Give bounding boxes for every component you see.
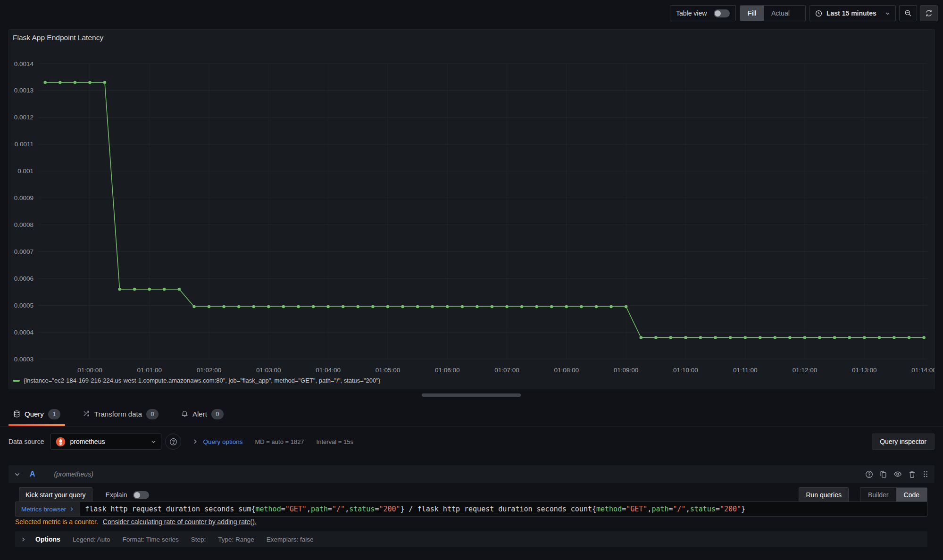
query-toolbar: Kick start your query Explain Run querie… xyxy=(19,487,927,503)
time-range-label: Last 15 minutes xyxy=(826,9,876,17)
svg-text:01:09:00: 01:09:00 xyxy=(614,367,639,374)
query-row-actions xyxy=(865,470,929,478)
tab-alert-badge: 0 xyxy=(211,409,224,419)
datasource-label: Data source xyxy=(8,438,44,445)
database-icon xyxy=(13,410,20,418)
tab-alert[interactable]: Alert 0 xyxy=(176,402,228,426)
chart-legend[interactable]: {instance="ec2-184-169-216-224.us-west-1… xyxy=(13,377,380,384)
options-label: Options xyxy=(35,535,60,543)
add-rate-link[interactable]: Consider calculating rate of counter by … xyxy=(103,518,257,526)
svg-text:01:12:00: 01:12:00 xyxy=(793,367,818,374)
svg-text:0.0005: 0.0005 xyxy=(14,302,33,309)
svg-text:01:04:00: 01:04:00 xyxy=(316,367,341,374)
svg-text:0.0012: 0.0012 xyxy=(14,114,33,121)
legend-series-label[interactable]: {instance="ec2-184-169-216-224.us-west-1… xyxy=(24,377,380,384)
chevron-down-icon xyxy=(885,11,890,16)
counter-warning: Selected metric is a counter. Consider c… xyxy=(15,518,257,526)
kick-start-query-button[interactable]: Kick start your query xyxy=(19,487,92,502)
svg-text:0.0008: 0.0008 xyxy=(14,221,33,228)
svg-text:0.0004: 0.0004 xyxy=(14,329,34,336)
svg-text:01:14:00: 01:14:00 xyxy=(911,367,935,374)
svg-text:01:02:00: 01:02:00 xyxy=(197,367,222,374)
table-view-toggle[interactable] xyxy=(714,9,730,17)
max-data-points-text: MD = auto = 1827 xyxy=(255,438,304,445)
bell-icon xyxy=(181,410,188,418)
option-step: Step: xyxy=(191,536,206,543)
actual-button[interactable]: Actual xyxy=(764,6,797,21)
pane-resize-handle[interactable] xyxy=(422,393,521,397)
svg-text:0.0013: 0.0013 xyxy=(14,87,33,94)
interval-text: Interval = 15s xyxy=(317,438,353,445)
metrics-browser-button[interactable]: Metrics browser xyxy=(16,502,80,516)
builder-code-segmented-control: Builder Code xyxy=(860,487,927,502)
table-view-toggle-group[interactable]: Table view xyxy=(670,5,736,21)
query-datasource-hint: (prometheus) xyxy=(54,470,93,478)
query-inspector-button[interactable]: Query inspector xyxy=(872,434,935,450)
metrics-browser-label: Metrics browser xyxy=(21,506,66,513)
tab-transform-label: Transform data xyxy=(94,410,142,418)
query-row-header[interactable]: A (prometheus) xyxy=(8,465,935,483)
tab-transform-badge: 0 xyxy=(146,409,159,419)
datasource-row: Data source prometheus xyxy=(8,432,935,451)
svg-text:01:00:00: 01:00:00 xyxy=(77,367,102,374)
svg-text:0.0011: 0.0011 xyxy=(15,141,33,148)
chevron-down-icon xyxy=(151,439,156,444)
editor-tab-bar: Query 1 Transform data 0 Alert 0 xyxy=(0,402,943,426)
prometheus-logo-icon xyxy=(56,437,66,447)
refresh-button[interactable] xyxy=(920,5,938,21)
chevron-right-icon[interactable] xyxy=(21,537,26,542)
time-range-picker[interactable]: Last 15 minutes xyxy=(809,5,896,21)
code-button[interactable]: Code xyxy=(896,488,927,502)
fill-button[interactable]: Fill xyxy=(740,6,764,21)
query-options-summary-row[interactable]: Options Legend: Auto Format: Time series… xyxy=(15,531,927,547)
datasource-help-button[interactable] xyxy=(165,434,181,450)
svg-text:01:01:00: 01:01:00 xyxy=(137,367,162,374)
option-legend: Legend: Auto xyxy=(73,536,110,543)
collapse-chevron-down-icon[interactable] xyxy=(14,471,20,477)
latency-line-chart[interactable]: 0.00140.00130.00120.00110.0010.00090.000… xyxy=(9,30,935,375)
tab-transform-data[interactable]: Transform data 0 xyxy=(78,402,163,426)
explain-toggle[interactable] xyxy=(133,491,149,499)
run-queries-button[interactable]: Run queries xyxy=(799,487,849,502)
explain-label: Explain xyxy=(106,491,127,499)
active-tab-underline xyxy=(8,424,65,426)
tab-query-badge: 1 xyxy=(48,409,60,419)
query-help-icon[interactable] xyxy=(865,470,873,478)
svg-text:01:13:00: 01:13:00 xyxy=(852,367,877,374)
fill-actual-segmented-control: Fill Actual xyxy=(740,5,806,21)
delete-query-trash-icon[interactable] xyxy=(908,470,916,478)
svg-text:01:03:00: 01:03:00 xyxy=(256,367,281,374)
svg-text:0.0006: 0.0006 xyxy=(14,275,33,282)
svg-text:01:06:00: 01:06:00 xyxy=(435,367,460,374)
transform-icon xyxy=(83,410,90,418)
svg-text:0.0007: 0.0007 xyxy=(14,248,33,255)
zoom-out-button[interactable] xyxy=(899,5,917,21)
svg-text:01:05:00: 01:05:00 xyxy=(376,367,401,374)
svg-text:0.0003: 0.0003 xyxy=(14,356,33,363)
panel-edit-toolbar: Table view Fill Actual Last 15 minutes xyxy=(0,0,943,26)
datasource-select[interactable]: prometheus xyxy=(50,434,161,450)
query-ref-id: A xyxy=(30,470,35,478)
timeseries-panel: Flask App Endpoint Latency 0.00140.00130… xyxy=(8,29,935,389)
promql-query-input[interactable]: flask_http_request_duration_seconds_sum{… xyxy=(80,502,927,516)
duplicate-query-icon[interactable] xyxy=(879,470,887,478)
tab-query[interactable]: Query 1 xyxy=(8,402,65,426)
drag-grip-icon[interactable] xyxy=(922,470,929,478)
svg-text:0.001: 0.001 xyxy=(17,167,33,175)
clock-icon xyxy=(815,10,822,17)
svg-text:0.0009: 0.0009 xyxy=(14,194,33,201)
svg-text:01:11:00: 01:11:00 xyxy=(733,367,758,374)
tab-alert-label: Alert xyxy=(192,410,207,418)
query-options-toggle[interactable]: Query options xyxy=(203,438,242,445)
warning-text: Selected metric is a counter. xyxy=(15,518,98,526)
chevron-right-icon[interactable] xyxy=(192,439,198,444)
datasource-value: prometheus xyxy=(70,438,147,445)
promql-editor: Metrics browser flask_http_request_durat… xyxy=(15,501,927,517)
option-format: Format: Time series xyxy=(122,536,178,543)
option-exemplars: Exemplars: false xyxy=(267,536,314,543)
tab-query-label: Query xyxy=(25,410,44,418)
svg-text:01:07:00: 01:07:00 xyxy=(494,367,519,374)
toggle-visibility-eye-icon[interactable] xyxy=(893,470,902,478)
builder-button[interactable]: Builder xyxy=(860,488,896,502)
svg-text:01:10:00: 01:10:00 xyxy=(673,367,698,374)
